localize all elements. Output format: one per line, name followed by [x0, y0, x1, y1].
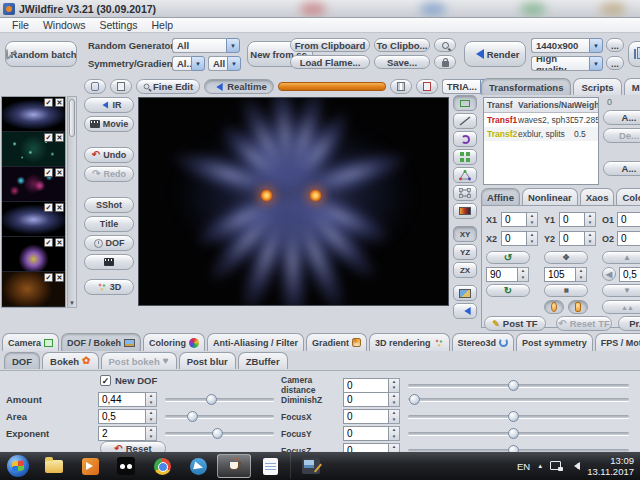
mountains-button[interactable]: ▲▲	[602, 300, 640, 314]
start-button[interactable]	[1, 454, 35, 478]
rotate-left-button[interactable]: ↺	[486, 251, 530, 264]
tab-antialiasing[interactable]: Anti-Aliasing / Filter	[207, 333, 304, 351]
thumbnail-scrollbar[interactable]: ▼	[67, 96, 77, 308]
delete-transform-button[interactable]: De...	[603, 128, 640, 143]
tab-nonlinear[interactable]: Nonlinear	[522, 188, 578, 205]
tab-post-bokeh[interactable]: Post bokeh♥	[101, 352, 177, 369]
save-button[interactable]: Save...	[374, 55, 430, 69]
area-slider[interactable]	[163, 410, 276, 423]
random-batch-button[interactable]: Random batch	[5, 41, 77, 67]
amount-field[interactable]: ▲▼	[98, 392, 157, 407]
thumbnail-close-icon[interactable]: ✕	[55, 98, 64, 107]
focusx-slider[interactable]	[406, 410, 631, 423]
exponent-field[interactable]: ▲▼	[98, 426, 157, 441]
network-icon[interactable]	[550, 461, 563, 471]
thumbnail-flame-3[interactable]: ✓ ✕	[2, 167, 65, 202]
thumbnail-flame-2[interactable]: ✓ ✕	[2, 132, 65, 167]
ir-button[interactable]: IR	[84, 97, 134, 113]
tab-post-symmetry[interactable]: Post symmetry	[516, 333, 593, 351]
pr-button[interactable]: Pr...	[618, 316, 640, 331]
tab-scripts[interactable]: Scripts	[573, 78, 621, 95]
camera-distance-slider[interactable]	[406, 379, 631, 392]
gradient-combo[interactable]: All ▼	[208, 56, 241, 71]
movie-button[interactable]: Movie	[84, 116, 134, 132]
menu-file[interactable]: File	[6, 18, 35, 32]
undo-button[interactable]: ↶Undo	[84, 147, 134, 163]
tab-color[interactable]: Color	[616, 188, 640, 205]
taskbar-photo-editor[interactable]	[294, 454, 328, 478]
batch-render-button[interactable]: Bat...	[628, 41, 640, 67]
tab-misc[interactable]: Misc	[624, 78, 640, 95]
title-button[interactable]: Title	[84, 216, 134, 232]
amount-slider[interactable]	[163, 393, 276, 406]
o1-field[interactable]: ▲▼	[617, 212, 640, 227]
taskbar-messenger[interactable]	[109, 454, 143, 478]
axis-xy-button[interactable]: XY	[453, 226, 477, 242]
thumbnail-check[interactable]: ✓	[44, 238, 53, 247]
tab-camera[interactable]: Camera	[2, 333, 59, 351]
quicksave-button[interactable]	[434, 38, 456, 52]
gradient-preview-button[interactable]	[453, 203, 477, 219]
scrollbar-thumb[interactable]	[69, 99, 75, 137]
random-generator-combo[interactable]: All ▼	[172, 38, 240, 53]
tab-3d-rendering[interactable]: 3D rendering	[369, 333, 450, 351]
x1-field[interactable]: ▲▼	[501, 212, 538, 227]
toggle-triangles-button[interactable]	[84, 79, 106, 94]
y2-field[interactable]: ▲▼	[559, 231, 596, 246]
edit-toggle-2[interactable]	[568, 300, 588, 314]
thumbnail-check[interactable]: ✓	[44, 273, 53, 282]
tab-zbuffer[interactable]: ZBuffer	[238, 352, 288, 369]
reset-tf-button[interactable]: ↶Reset TF	[556, 316, 612, 331]
toggle-grid-button[interactable]	[110, 79, 132, 94]
tab-dof-bokeh[interactable]: DOF / Bokeh	[61, 333, 141, 351]
tab-coloring[interactable]: Coloring	[143, 333, 205, 351]
thumbnail-close-icon[interactable]: ✕	[55, 238, 64, 247]
tray-expand-icon[interactable]: ▲	[537, 463, 543, 469]
tab-fps-motion-blur[interactable]: FPS / Motion blur	[595, 333, 640, 351]
shrink-button[interactable]: ✥	[544, 284, 588, 297]
axis-yz-button[interactable]: YZ	[453, 244, 477, 260]
sound-button[interactable]	[453, 303, 477, 319]
scale-amount-field[interactable]: ▲▼	[544, 267, 587, 282]
to-clipboard-button[interactable]: To Clipbo...	[374, 38, 430, 52]
language-indicator[interactable]: EN	[517, 461, 530, 472]
resolution-more-button[interactable]: ...	[606, 38, 624, 52]
thumbnail-close-icon[interactable]: ✕	[55, 273, 64, 282]
load-flame-button[interactable]: Load Flame...	[290, 55, 370, 69]
y1-field[interactable]: ▲▼	[559, 212, 596, 227]
taskbar-media-player[interactable]	[73, 454, 107, 478]
exponent-slider[interactable]	[163, 427, 276, 440]
camera-distance-field[interactable]: ▲▼	[343, 378, 400, 393]
spiral-mode-button[interactable]	[453, 131, 477, 147]
film-frame-button[interactable]	[416, 79, 438, 94]
quality-combo[interactable]: High quality ▼	[531, 56, 603, 71]
tab-post-blur[interactable]: Post blur	[179, 352, 236, 369]
thumbnail-check[interactable]: ✓	[44, 168, 53, 177]
raster-button[interactable]	[390, 79, 412, 94]
area-field[interactable]: ▲▼	[98, 409, 157, 424]
axis-zx-button[interactable]: ZX	[453, 262, 477, 278]
3d-button[interactable]: 3D	[84, 279, 134, 295]
tab-transformations[interactable]: Transformations	[481, 78, 571, 95]
rotate-amount-field[interactable]: ▲▼	[486, 267, 529, 282]
realtime-toggle[interactable]: Realtime	[204, 79, 274, 94]
menu-help[interactable]: Help	[145, 18, 179, 32]
x2-field[interactable]: ▲▼	[501, 231, 538, 246]
move-left-button[interactable]: ◀	[602, 267, 616, 281]
new-dof-checkbox[interactable]: ✓	[100, 375, 111, 386]
fine-edit-button[interactable]: Fine Edit	[136, 79, 200, 94]
transformations-table[interactable]: Transf Variations/Name Weight Transf1 wa…	[483, 97, 599, 185]
focusy-slider[interactable]	[406, 427, 631, 440]
tab-dof[interactable]: DOF	[4, 352, 40, 369]
from-clipboard-button[interactable]: From Clipboard	[290, 38, 370, 52]
grid-points-button[interactable]	[453, 149, 477, 165]
thumbnail-flame-1[interactable]: ✓ ✕	[2, 97, 65, 132]
taskbar-chrome[interactable]	[145, 454, 179, 478]
tab-gradient[interactable]: Gradient	[306, 333, 367, 351]
thumbnail-close-icon[interactable]: ✕	[55, 168, 64, 177]
dof-button[interactable]: DOF	[84, 235, 134, 251]
flame-preview-canvas[interactable]	[138, 97, 449, 306]
edit-toggle-1[interactable]	[544, 300, 564, 314]
thumbnail-check[interactable]: ✓	[44, 133, 53, 142]
resolution-combo[interactable]: 1440x900 ▼	[531, 38, 603, 53]
